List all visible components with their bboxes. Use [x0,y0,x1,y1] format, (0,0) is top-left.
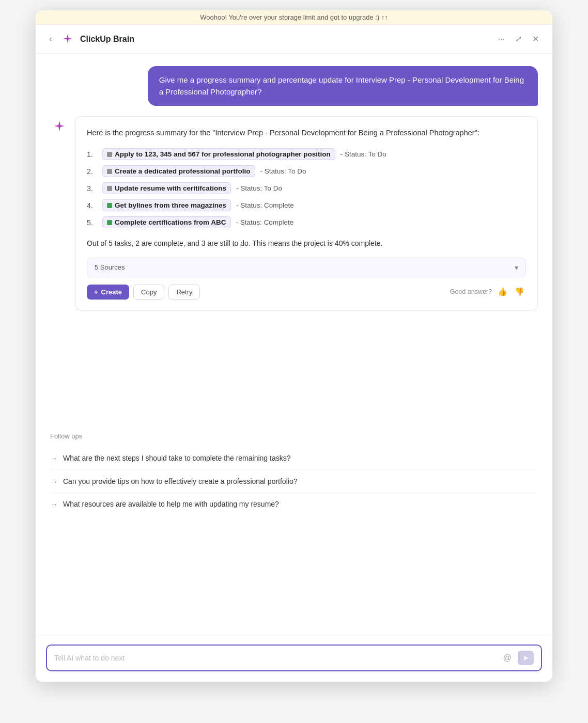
task-dot [107,186,112,191]
chat-area: Give me a progress summary and percentag… [36,54,552,432]
input-wrapper: @ ➤ [46,645,542,671]
thumbs-up-icon: 👍 [498,287,507,296]
task-dot [107,152,112,157]
at-icon: @ [503,653,512,663]
back-button[interactable]: ‹ [46,32,55,46]
task-label: Get bylines from three magazines [115,201,226,209]
chevron-down-icon: ▾ [515,263,518,272]
retry-label: Retry [176,288,192,296]
followups-title: Follow ups [50,432,538,440]
ai-message-container: Here is the progress summary for the "In… [50,116,538,310]
expand-button[interactable]: ⤢ [512,31,525,47]
task-item: 1. Apply to 123, 345 and 567 for profess… [87,148,526,160]
arrow-right-icon: → [50,454,58,463]
action-row: + Create Copy Retry Good answer? 👍 [87,285,526,300]
sparkle-icon [60,32,75,46]
task-dot [107,220,112,225]
thumbs-down-icon: 👎 [515,287,524,296]
task-number: 4. [87,201,97,210]
user-message-text: Give me a progress summary and percentag… [159,75,524,96]
task-badge: Complete certifications from ABC [102,216,231,228]
app-window: Woohoo! You're over your storage limit a… [36,10,552,682]
task-badge: Create a dedicated professional portfoli… [102,165,255,177]
task-dot [107,203,112,208]
followup-text: What are the next steps I should take to… [63,453,290,464]
mention-button[interactable]: @ [502,652,513,664]
followup-item[interactable]: → What resources are available to help m… [50,493,538,516]
task-list: 1. Apply to 123, 345 and 567 for profess… [87,148,526,228]
ai-intro: Here is the progress summary for the "In… [87,127,526,139]
task-dot [107,169,112,174]
task-number: 1. [87,150,97,159]
header-title: ClickUp Brain [80,35,490,44]
task-item: 4. Get bylines from three magazines - St… [87,199,526,211]
copy-label: Copy [141,288,157,296]
task-item: 5. Complete certifications from ABC - St… [87,216,526,228]
upgrade-banner[interactable]: Woohoo! You're over your storage limit a… [36,10,552,25]
task-label: Apply to 123, 345 and 567 for profession… [115,150,331,158]
task-badge: Update resume with ceritifcations [102,182,231,194]
task-number: 2. [87,167,97,176]
task-label: Complete certifications from ABC [115,218,226,226]
retry-button[interactable]: Retry [168,285,200,300]
arrow-right-icon: → [50,477,58,486]
send-button[interactable]: ➤ [518,651,534,665]
task-badge: Apply to 123, 345 and 567 for profession… [102,148,335,160]
expand-icon: ⤢ [515,34,522,44]
thumbs-up-button[interactable]: 👍 [496,286,509,298]
task-status: - Status: Complete [236,218,294,226]
send-icon: ➤ [522,653,529,663]
banner-text: Woohoo! You're over your storage limit a… [200,13,388,21]
create-button[interactable]: + Create [87,285,129,300]
followups-section: Follow ups → What are the next steps I s… [36,432,552,526]
followup-text: Can you provide tips on how to effective… [63,477,297,487]
ai-sparkle-icon [52,119,67,134]
task-badge: Get bylines from three magazines [102,199,231,211]
ai-summary: Out of 5 tasks, 2 are complete, and 3 ar… [87,238,526,249]
user-message: Give me a progress summary and percentag… [148,66,538,106]
followup-item[interactable]: → Can you provide tips on how to effecti… [50,470,538,494]
header: ‹ ClickUp Brain ··· ⤢ ✕ [36,25,552,54]
input-area: @ ➤ [36,636,552,682]
plus-icon: + [94,288,98,296]
feedback-group: Good answer? 👍 👎 [450,286,526,298]
logo [60,32,75,46]
followup-text: What resources are available to help me … [63,499,279,510]
task-status: - Status: Complete [236,201,294,209]
ellipsis-icon: ··· [498,35,505,44]
chat-input[interactable] [54,654,497,662]
followup-item[interactable]: → What are the next steps I should take … [50,447,538,470]
ai-avatar [50,117,69,136]
task-item: 3. Update resume with ceritifcations - S… [87,182,526,194]
task-status: - Status: To Do [341,150,386,158]
task-label: Update resume with ceritifcations [115,184,226,192]
more-options-button[interactable]: ··· [495,32,508,47]
header-action-group: ··· ⤢ ✕ [495,31,542,47]
task-number: 5. [87,218,97,227]
close-icon: ✕ [532,34,539,44]
ai-message: Here is the progress summary for the "In… [75,116,538,310]
arrow-right-icon: → [50,500,58,509]
task-label: Create a dedicated professional portfoli… [115,167,251,175]
task-status: - Status: To Do [236,184,282,192]
thumbs-down-button[interactable]: 👎 [513,286,526,298]
sources-bar[interactable]: 5 Sources ▾ [87,258,526,277]
sources-label: 5 Sources [95,263,125,271]
task-number: 3. [87,184,97,193]
close-button[interactable]: ✕ [529,31,542,47]
create-label: Create [101,288,122,296]
good-answer-label: Good answer? [450,288,492,295]
task-status: - Status: To Do [260,167,306,175]
copy-button[interactable]: Copy [133,285,164,300]
task-item: 2. Create a dedicated professional portf… [87,165,526,177]
